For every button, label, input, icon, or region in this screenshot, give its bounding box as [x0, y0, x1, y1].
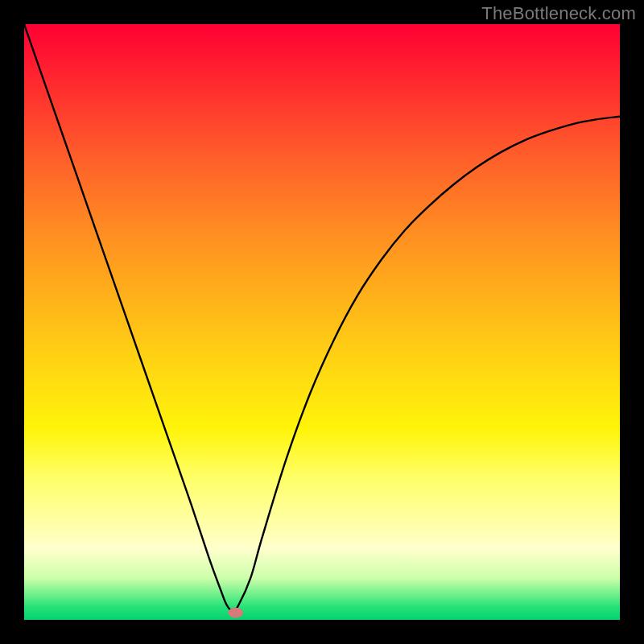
chart-frame: TheBottleneck.com [0, 0, 644, 644]
chart-svg [24, 24, 620, 620]
watermark-text: TheBottleneck.com [481, 3, 636, 24]
minimum-marker [229, 608, 243, 617]
curve-line [24, 24, 620, 611]
plot-area [24, 24, 620, 620]
